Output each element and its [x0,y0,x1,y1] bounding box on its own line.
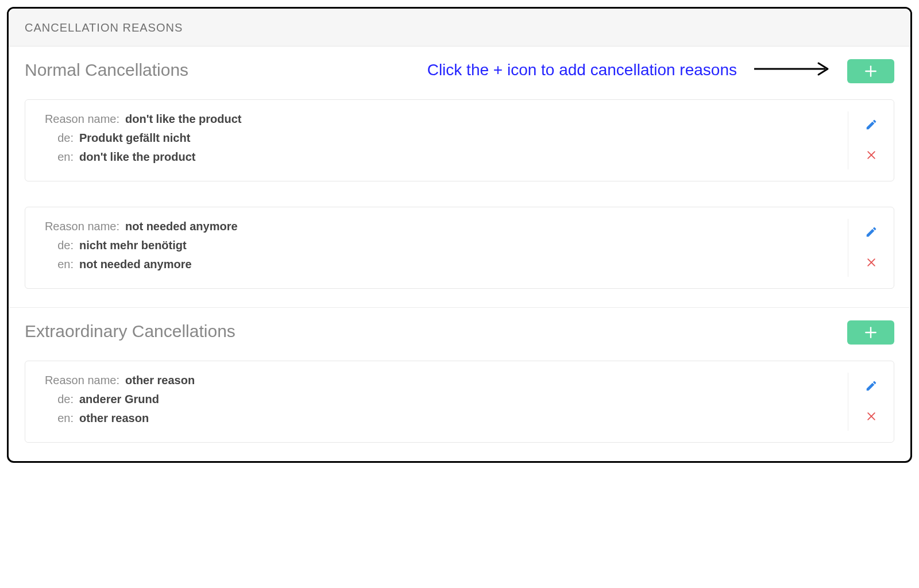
reason-de-label: de: [39,393,79,406]
reason-name-value: don't like the product [125,113,242,126]
reason-row: de:Produkt gefällt nicht [39,131,834,145]
section-header: Normal CancellationsClick the + icon to … [25,57,894,83]
reason-card: Reason name:not needed anymorede:nicht m… [25,207,894,289]
cancellation-section: Normal CancellationsClick the + icon to … [9,47,910,308]
arrow-right-icon [752,60,832,80]
reason-name-label: Reason name: [39,374,125,387]
section-title: Extraordinary Cancellations [25,322,235,341]
close-icon [866,149,877,163]
reason-name-value: other reason [125,374,195,387]
reason-row: Reason name:not needed anymore [39,220,834,233]
reason-en-value: don't like the product [79,150,196,164]
cancellation-section: Extraordinary CancellationsReason name:o… [9,308,910,461]
reason-name-value: not needed anymore [125,220,238,233]
reason-en-label: en: [39,412,79,425]
panel-header: CANCELLATION REASONS [9,9,910,47]
reason-card: Reason name:don't like the productde:Pro… [25,99,894,181]
reason-row: Reason name:other reason [39,374,834,387]
edit-reason-button[interactable] [864,378,879,395]
reason-name-label: Reason name: [39,220,125,233]
reason-de-value: anderer Grund [79,393,159,406]
section-header: Extraordinary Cancellations [25,318,894,345]
reason-en-value: other reason [79,412,149,425]
reason-card: Reason name:other reasonde:anderer Grund… [25,361,894,443]
panel-title: CANCELLATION REASONS [25,21,894,34]
reason-en-label: en: [39,150,79,164]
reason-en-label: en: [39,258,79,271]
reason-row: Reason name:don't like the product [39,113,834,126]
plus-icon [863,64,878,79]
reason-de-value: Produkt gefällt nicht [79,131,190,145]
close-icon [866,411,877,424]
edit-reason-button[interactable] [864,117,879,134]
reason-de-value: nicht mehr benötigt [79,239,187,252]
section-title: Normal Cancellations [25,60,188,80]
reason-row: en:don't like the product [39,150,834,164]
reason-de-label: de: [39,239,79,252]
help-annotation-text: Click the + icon to add cancellation rea… [427,60,737,80]
reason-body: Reason name:not needed anymorede:nicht m… [25,207,848,288]
close-icon [866,257,877,270]
reason-name-label: Reason name: [39,113,125,126]
reason-body: Reason name:other reasonde:anderer Grund… [25,361,848,442]
edit-reason-button[interactable] [864,225,879,241]
reason-row: en:other reason [39,412,834,425]
add-reason-button[interactable] [847,59,894,83]
reason-actions [848,373,894,431]
reason-row: de:anderer Grund [39,393,834,406]
plus-icon [863,325,878,340]
delete-reason-button[interactable] [864,148,878,164]
reason-row: en:not needed anymore [39,258,834,271]
delete-reason-button[interactable] [864,409,878,425]
reason-actions [848,111,894,169]
reason-body: Reason name:don't like the productde:Pro… [25,100,848,181]
add-reason-button[interactable] [847,320,894,345]
reason-actions [848,219,894,277]
section-header-right: Click the + icon to add cancellation rea… [188,57,894,83]
cancellation-reasons-panel: CANCELLATION REASONS Normal Cancellation… [7,7,912,463]
pencil-icon [865,118,878,133]
reason-de-label: de: [39,131,79,145]
pencil-icon [865,380,878,394]
delete-reason-button[interactable] [864,256,878,271]
reason-row: de:nicht mehr benötigt [39,239,834,252]
section-header-right [235,318,894,345]
pencil-icon [865,226,878,240]
reason-en-value: not needed anymore [79,258,192,271]
